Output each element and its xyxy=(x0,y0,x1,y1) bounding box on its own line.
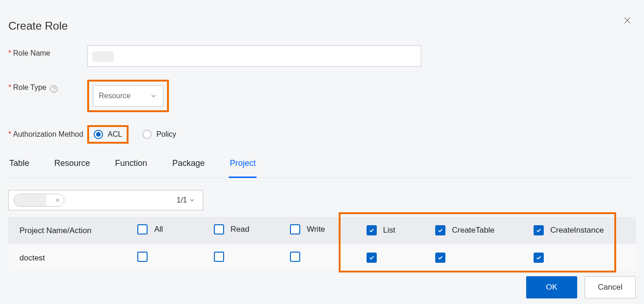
col-header-name: Project Name/Action xyxy=(8,217,126,244)
permissions-table: Project Name/Action All Read xyxy=(8,217,636,272)
row-project-name: doctest xyxy=(8,244,126,272)
ok-button[interactable]: OK xyxy=(526,276,577,298)
page-indicator[interactable]: 1/1 xyxy=(177,196,195,204)
row-checkbox-createtable[interactable] xyxy=(435,253,445,263)
close-icon xyxy=(55,197,60,203)
tab-resource[interactable]: Resource xyxy=(53,152,91,178)
row-checkbox-list[interactable] xyxy=(367,253,377,263)
row-checkbox-write[interactable] xyxy=(290,252,300,262)
tab-function[interactable]: Function xyxy=(114,152,148,178)
auth-method-policy-radio[interactable]: Policy xyxy=(142,130,176,139)
filter-tag-chip[interactable] xyxy=(13,194,64,207)
tab-table[interactable]: Table xyxy=(8,152,30,178)
role-type-label: *Role Type ? xyxy=(8,80,87,93)
header-checkbox-all[interactable]: All xyxy=(137,224,163,234)
tab-project[interactable]: Project xyxy=(229,152,257,178)
permission-tabs: Table Resource Function Package Project xyxy=(8,152,636,178)
auth-method-acl-radio[interactable]: ACL xyxy=(94,130,122,139)
header-checkbox-read[interactable]: Read xyxy=(214,224,250,234)
chevron-down-icon xyxy=(150,92,157,100)
role-type-select[interactable]: Resource xyxy=(93,85,163,107)
table-row: doctest xyxy=(8,244,636,272)
auth-method-highlight: ACL xyxy=(87,125,129,144)
header-checkbox-list[interactable]: List xyxy=(367,225,395,235)
row-checkbox-all[interactable] xyxy=(137,252,148,262)
header-checkbox-createinstance[interactable]: CreateInstance xyxy=(534,225,604,235)
cancel-button[interactable]: Cancel xyxy=(585,276,636,298)
project-filter-input[interactable]: 1/1 xyxy=(8,190,203,210)
header-checkbox-createtable[interactable]: CreateTable xyxy=(435,225,495,235)
tab-package[interactable]: Package xyxy=(171,152,206,178)
help-icon[interactable]: ? xyxy=(50,85,58,93)
role-type-highlight: Resource xyxy=(87,80,169,112)
auth-method-label: *Authorization Method xyxy=(8,125,87,140)
header-checkbox-write[interactable]: Write xyxy=(290,224,325,234)
dialog-title: Create Role xyxy=(8,19,636,32)
close-icon[interactable] xyxy=(623,16,634,27)
create-role-dialog: Create Role *Role Name *Role Type ? Reso… xyxy=(0,0,644,304)
row-checkbox-createinstance[interactable] xyxy=(534,253,544,263)
chevron-down-icon xyxy=(189,197,195,203)
role-name-label: *Role Name xyxy=(8,45,87,57)
role-name-input[interactable] xyxy=(87,45,421,67)
row-checkbox-read[interactable] xyxy=(214,252,224,262)
